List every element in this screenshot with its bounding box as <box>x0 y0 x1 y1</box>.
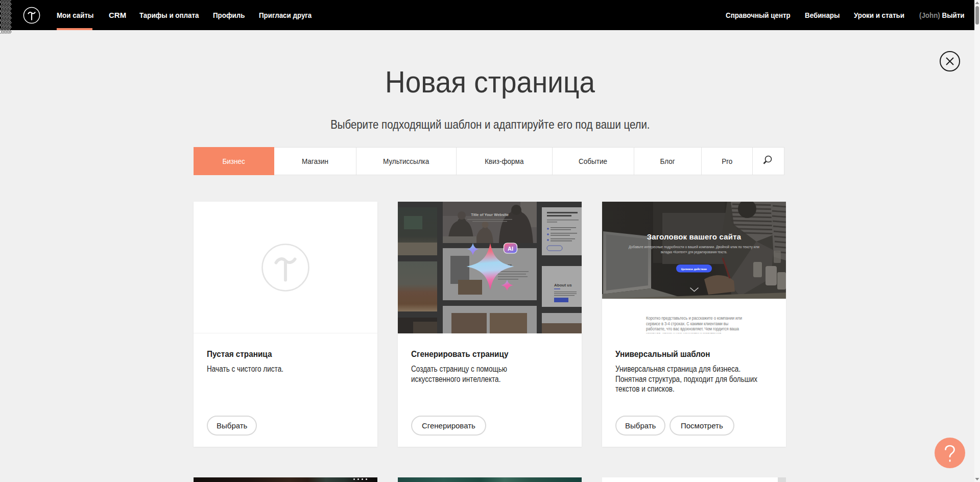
svg-text:Целевое действие: Целевое действие <box>681 268 707 271</box>
svg-text:работаете, что вас вдохновляет: работаете, что вас вдохновляет. Чем горд… <box>646 326 739 331</box>
svg-text:Заголовок вашего сайта: Заголовок вашего сайта <box>647 232 742 241</box>
svg-text:Коротко представьтесь и расска: Коротко представьтесь и расскажите о ком… <box>646 316 742 321</box>
svg-text:вкладка «Контент» для редактир: вкладка «Контент» для редактирования тек… <box>661 250 727 254</box>
svg-text:Добавьте интересные подробност: Добавьте интересные подробности о вашей … <box>629 245 759 249</box>
svg-text:команда, какие у нее ценности: команда, какие у нее ценности и мотиваци… <box>646 331 722 333</box>
svg-text:AI: AI <box>508 246 513 252</box>
svg-text:сервисе в 3-4 строках. С каким: сервисе в 3-4 строках. С какими клиентам… <box>646 321 728 326</box>
